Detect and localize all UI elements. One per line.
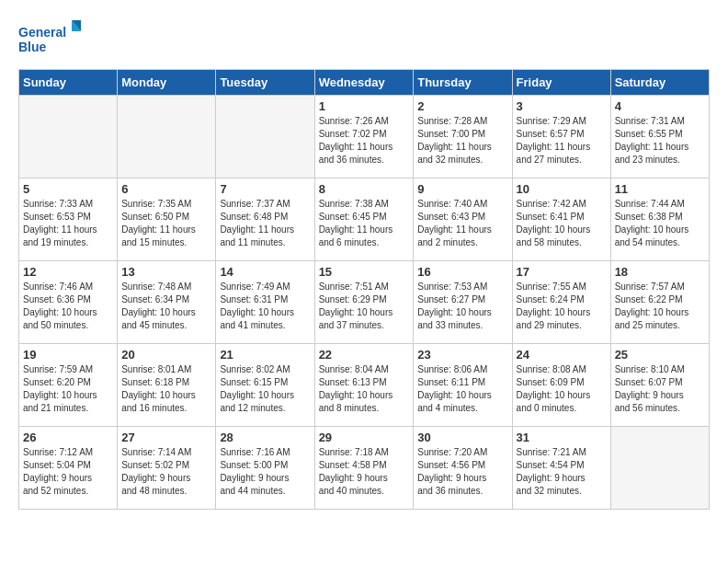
- day-info: Sunrise: 7:57 AM Sunset: 6:22 PM Dayligh…: [615, 281, 705, 332]
- day-number: 25: [615, 348, 705, 362]
- day-number: 12: [23, 265, 113, 279]
- calendar-cell: [216, 96, 314, 178]
- day-number: 28: [220, 431, 310, 444]
- calendar-cell: 20Sunrise: 8:01 AM Sunset: 6:18 PM Dayli…: [118, 344, 216, 427]
- calendar-week-3: 12Sunrise: 7:46 AM Sunset: 6:36 PM Dayli…: [19, 261, 710, 344]
- page-header: General Blue: [18, 18, 710, 60]
- weekday-header-saturday: Saturday: [610, 70, 709, 96]
- logo-svg: General Blue: [18, 18, 83, 60]
- day-info: Sunrise: 7:37 AM Sunset: 6:48 PM Dayligh…: [220, 198, 310, 249]
- weekday-header-friday: Friday: [512, 70, 610, 96]
- logo: General Blue: [18, 18, 83, 60]
- day-info: Sunrise: 7:55 AM Sunset: 6:24 PM Dayligh…: [517, 281, 607, 332]
- svg-text:General: General: [18, 25, 66, 40]
- calendar-cell: 12Sunrise: 7:46 AM Sunset: 6:36 PM Dayli…: [19, 261, 118, 344]
- calendar-cell: 21Sunrise: 8:02 AM Sunset: 6:15 PM Dayli…: [216, 344, 314, 427]
- day-info: Sunrise: 7:29 AM Sunset: 6:57 PM Dayligh…: [517, 115, 607, 167]
- weekday-header-monday: Monday: [118, 70, 216, 96]
- day-info: Sunrise: 7:49 AM Sunset: 6:31 PM Dayligh…: [220, 281, 310, 332]
- weekday-header-wednesday: Wednesday: [314, 70, 414, 96]
- day-info: Sunrise: 8:04 AM Sunset: 6:13 PM Dayligh…: [319, 363, 410, 415]
- day-info: Sunrise: 8:06 AM Sunset: 6:11 PM Dayligh…: [417, 363, 507, 415]
- day-number: 27: [121, 431, 211, 444]
- day-number: 26: [23, 431, 113, 444]
- calendar-week-5: 26Sunrise: 7:12 AM Sunset: 5:04 PM Dayli…: [19, 427, 710, 510]
- day-number: 11: [615, 182, 705, 196]
- calendar-cell: [118, 96, 216, 178]
- weekday-header-row: SundayMondayTuesdayWednesdayThursdayFrid…: [19, 70, 710, 96]
- svg-text:Blue: Blue: [18, 40, 47, 54]
- day-number: 21: [220, 348, 310, 362]
- day-number: 4: [615, 99, 705, 113]
- calendar-cell: 23Sunrise: 8:06 AM Sunset: 6:11 PM Dayli…: [414, 344, 512, 427]
- day-info: Sunrise: 7:48 AM Sunset: 6:34 PM Dayligh…: [121, 281, 211, 332]
- day-info: Sunrise: 7:16 AM Sunset: 5:00 PM Dayligh…: [220, 446, 310, 498]
- day-info: Sunrise: 8:02 AM Sunset: 6:15 PM Dayligh…: [220, 363, 310, 415]
- day-number: 18: [615, 265, 705, 279]
- day-info: Sunrise: 7:28 AM Sunset: 7:00 PM Dayligh…: [417, 115, 507, 167]
- calendar-cell: 9Sunrise: 7:40 AM Sunset: 6:43 PM Daylig…: [414, 178, 512, 261]
- calendar-table: SundayMondayTuesdayWednesdayThursdayFrid…: [18, 69, 710, 510]
- calendar-cell: 2Sunrise: 7:28 AM Sunset: 7:00 PM Daylig…: [414, 96, 512, 178]
- calendar-cell: 24Sunrise: 8:08 AM Sunset: 6:09 PM Dayli…: [512, 344, 610, 427]
- calendar-cell: 15Sunrise: 7:51 AM Sunset: 6:29 PM Dayli…: [314, 261, 414, 344]
- day-number: 5: [23, 182, 113, 196]
- calendar-cell: 19Sunrise: 7:59 AM Sunset: 6:20 PM Dayli…: [19, 344, 118, 427]
- calendar-week-1: 1Sunrise: 7:26 AM Sunset: 7:02 PM Daylig…: [19, 96, 710, 178]
- day-number: 30: [417, 431, 507, 444]
- day-info: Sunrise: 7:14 AM Sunset: 5:02 PM Dayligh…: [121, 446, 211, 498]
- calendar-cell: 28Sunrise: 7:16 AM Sunset: 5:00 PM Dayli…: [216, 427, 314, 510]
- calendar-cell: 3Sunrise: 7:29 AM Sunset: 6:57 PM Daylig…: [512, 96, 610, 178]
- day-info: Sunrise: 7:44 AM Sunset: 6:38 PM Dayligh…: [615, 198, 705, 249]
- day-number: 16: [417, 265, 507, 279]
- day-info: Sunrise: 7:42 AM Sunset: 6:41 PM Dayligh…: [517, 198, 607, 249]
- calendar-cell: 11Sunrise: 7:44 AM Sunset: 6:38 PM Dayli…: [610, 178, 709, 261]
- day-info: Sunrise: 7:46 AM Sunset: 6:36 PM Dayligh…: [23, 281, 113, 332]
- day-info: Sunrise: 7:12 AM Sunset: 5:04 PM Dayligh…: [23, 446, 113, 498]
- day-info: Sunrise: 7:26 AM Sunset: 7:02 PM Dayligh…: [319, 115, 410, 167]
- day-info: Sunrise: 8:01 AM Sunset: 6:18 PM Dayligh…: [121, 363, 211, 415]
- calendar-cell: 17Sunrise: 7:55 AM Sunset: 6:24 PM Dayli…: [512, 261, 610, 344]
- calendar-week-2: 5Sunrise: 7:33 AM Sunset: 6:53 PM Daylig…: [19, 178, 710, 261]
- day-number: 6: [121, 182, 211, 196]
- calendar-cell: 7Sunrise: 7:37 AM Sunset: 6:48 PM Daylig…: [216, 178, 314, 261]
- day-info: Sunrise: 7:35 AM Sunset: 6:50 PM Dayligh…: [121, 198, 211, 249]
- day-info: Sunrise: 7:53 AM Sunset: 6:27 PM Dayligh…: [417, 281, 507, 332]
- day-info: Sunrise: 7:33 AM Sunset: 6:53 PM Dayligh…: [23, 198, 113, 249]
- day-number: 20: [121, 348, 211, 362]
- calendar-cell: 30Sunrise: 7:20 AM Sunset: 4:56 PM Dayli…: [414, 427, 512, 510]
- calendar-cell: 1Sunrise: 7:26 AM Sunset: 7:02 PM Daylig…: [314, 96, 414, 178]
- calendar-week-4: 19Sunrise: 7:59 AM Sunset: 6:20 PM Dayli…: [19, 344, 710, 427]
- weekday-header-tuesday: Tuesday: [216, 70, 314, 96]
- day-number: 22: [319, 348, 410, 362]
- day-info: Sunrise: 7:40 AM Sunset: 6:43 PM Dayligh…: [417, 198, 507, 249]
- day-number: 23: [417, 348, 507, 362]
- day-number: 24: [517, 348, 607, 362]
- calendar-cell: 4Sunrise: 7:31 AM Sunset: 6:55 PM Daylig…: [610, 96, 709, 178]
- day-number: 13: [121, 265, 211, 279]
- calendar-cell: 10Sunrise: 7:42 AM Sunset: 6:41 PM Dayli…: [512, 178, 610, 261]
- calendar-cell: 5Sunrise: 7:33 AM Sunset: 6:53 PM Daylig…: [19, 178, 118, 261]
- calendar-cell: [610, 427, 709, 510]
- weekday-header-thursday: Thursday: [414, 70, 512, 96]
- weekday-header-sunday: Sunday: [19, 70, 118, 96]
- day-number: 2: [417, 99, 507, 113]
- day-number: 3: [517, 99, 607, 113]
- day-info: Sunrise: 7:31 AM Sunset: 6:55 PM Dayligh…: [615, 115, 705, 167]
- calendar-cell: 8Sunrise: 7:38 AM Sunset: 6:45 PM Daylig…: [314, 178, 414, 261]
- day-number: 31: [517, 431, 607, 444]
- calendar-cell: 27Sunrise: 7:14 AM Sunset: 5:02 PM Dayli…: [118, 427, 216, 510]
- day-number: 15: [319, 265, 410, 279]
- day-info: Sunrise: 7:18 AM Sunset: 4:58 PM Dayligh…: [319, 446, 410, 498]
- calendar-cell: 13Sunrise: 7:48 AM Sunset: 6:34 PM Dayli…: [118, 261, 216, 344]
- day-number: 7: [220, 182, 310, 196]
- day-number: 8: [319, 182, 410, 196]
- calendar-cell: 6Sunrise: 7:35 AM Sunset: 6:50 PM Daylig…: [118, 178, 216, 261]
- calendar-cell: 16Sunrise: 7:53 AM Sunset: 6:27 PM Dayli…: [414, 261, 512, 344]
- day-number: 17: [517, 265, 607, 279]
- calendar-cell: [19, 96, 118, 178]
- day-number: 19: [23, 348, 113, 362]
- calendar-cell: 22Sunrise: 8:04 AM Sunset: 6:13 PM Dayli…: [314, 344, 414, 427]
- day-number: 10: [517, 182, 607, 196]
- calendar-cell: 25Sunrise: 8:10 AM Sunset: 6:07 PM Dayli…: [610, 344, 709, 427]
